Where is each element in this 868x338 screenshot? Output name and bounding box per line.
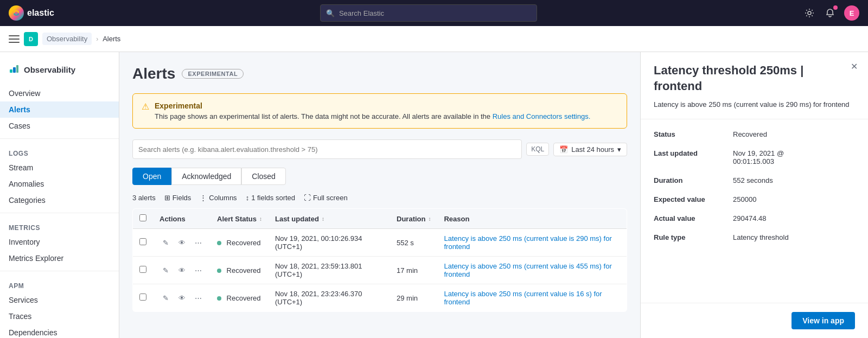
detail-row-actual: Actual value 290474.48 [654,214,855,222]
row-1-checkbox[interactable] [139,238,146,245]
edit-icon[interactable]: ✎ [159,264,171,276]
elastic-logo[interactable]: elastic [9,5,54,21]
elastic-logo-text: elastic [27,8,54,18]
sidebar-item-services[interactable]: Services [0,292,119,308]
date-filter-label: Last 24 hours [571,145,614,154]
duration-header[interactable]: Duration ↕ [390,209,437,229]
sidebar-divider-3 [0,271,119,271]
detail-label-duration: Duration [654,176,724,184]
more-icon[interactable]: ⋯ [192,264,204,276]
sort-button[interactable]: ↕ 1 fields sorted [246,194,295,202]
row-status-3: Recovered [210,284,269,312]
view-icon[interactable]: 👁 [176,292,188,304]
row-3-checkbox[interactable] [139,294,146,301]
row-duration-3: 29 min [390,284,437,312]
row-actions-3: ✎ 👁 ⋯ [153,284,210,312]
close-icon[interactable]: ✕ [847,60,860,73]
date-filter[interactable]: 📅 Last 24 hours ▾ [553,143,627,156]
table-row: ✎ 👁 ⋯ Recovered Nov 18, 2021, 23:59:13.8… [133,257,627,284]
view-icon[interactable]: 👁 [176,264,188,276]
sidebar-item-traces[interactable]: Traces [0,308,119,324]
row-actions-1: ✎ 👁 ⋯ [153,229,210,257]
breadcrumb-observability[interactable]: Observability [42,33,92,45]
sidebar-item-alerts[interactable]: Alerts [0,101,119,118]
tab-closed[interactable]: Closed [241,168,286,185]
detail-panel: ✕ Latency threshold 250ms | frontend Lat… [640,52,868,338]
detail-content: Status Recovered Last updated Nov 19, 20… [641,119,868,303]
svg-point-3 [808,11,811,15]
sidebar-item-cases[interactable]: Cases [0,118,119,134]
search-bar[interactable]: 🔍 Search Elastic [320,4,537,22]
detail-footer: View in app [641,303,868,338]
search-input[interactable] [132,139,522,159]
actions-header: Actions [153,209,210,229]
page-header: Alerts Experimental [132,65,627,82]
reason-link-1[interactable]: Latency is above 250 ms (current value i… [444,234,611,251]
detail-value-duration: 552 seconds [733,176,773,184]
search-placeholder: Search Elastic [339,9,384,17]
sidebar-item-stream[interactable]: Stream [0,160,119,176]
fields-button[interactable]: ⊞ Fields [164,194,192,202]
row-updated-2: Nov 18, 2021, 23:59:13.801 (UTC+1) [269,257,390,284]
search-bar-wrapper: 🔍 Search Elastic [63,4,794,22]
user-avatar[interactable]: E [844,5,859,21]
sidebar-item-overview[interactable]: Overview [0,85,119,101]
row-checkbox-1 [133,229,154,257]
kql-badge[interactable]: KQL [526,143,549,156]
notifications-icon[interactable] [824,7,837,20]
main-layout: Observability Overview Alerts Cases Logs… [0,52,868,338]
breadcrumb-app-icon: D [24,32,38,46]
edit-icon[interactable]: ✎ [159,292,171,304]
columns-button[interactable]: ⋮ Columns [200,194,237,202]
select-all-checkbox[interactable] [139,214,146,221]
sidebar-section-metrics: Metrics [0,218,119,234]
detail-row-expected: Expected value 250000 [654,195,855,203]
row-2-checkbox[interactable] [139,266,146,273]
sidebar-item-inventory[interactable]: Inventory [0,234,119,250]
more-icon[interactable]: ⋯ [192,292,204,304]
view-in-app-button[interactable]: View in app [792,312,855,329]
sidebar-item-dependencies[interactable]: Dependencies [0,324,119,338]
reason-header: Reason [437,209,627,229]
fullscreen-button[interactable]: ⛶ Full screen [304,194,348,202]
table-row: ✎ 👁 ⋯ Recovered Nov 19, 2021, 00:10:26.9… [133,229,627,257]
row-actions-2: ✎ 👁 ⋯ [153,257,210,284]
tab-open[interactable]: Open [132,168,171,185]
status-header[interactable]: Alert Status ↕ [210,209,269,229]
detail-panel-header: ✕ Latency threshold 250ms | frontend Lat… [641,52,868,119]
detail-value-ruletype: Latency threshold [733,233,789,241]
hamburger-menu[interactable] [9,34,20,44]
edit-icon[interactable]: ✎ [159,237,171,248]
detail-label-actual: Actual value [654,214,724,222]
top-nav: elastic 🔍 Search Elastic E [0,0,868,26]
more-icon[interactable]: ⋯ [192,237,204,248]
view-icon[interactable]: 👁 [176,237,188,248]
row-checkbox-2 [133,257,154,284]
row-status-2: Recovered [210,257,269,284]
tab-acknowledged[interactable]: Acknowledged [171,168,241,185]
row-status-1: Recovered [210,229,269,257]
sidebar: Observability Overview Alerts Cases Logs… [0,52,119,338]
sidebar-item-metrics-explorer[interactable]: Metrics Explorer [0,250,119,266]
status-dot-3 [217,296,221,301]
row-reason-1: Latency is above 250 ms (current value i… [437,229,627,257]
chevron-down-icon: ▾ [617,145,621,154]
reason-link-3[interactable]: Latency is above 250 ms (current value i… [444,290,602,306]
page-title: Alerts [132,65,175,82]
fullscreen-icon: ⛶ [304,194,311,202]
alert-banner-text: This page shows an experimental list of … [155,112,590,120]
detail-label-status: Status [654,130,724,138]
alerts-count: 3 alerts [132,194,156,202]
updated-header[interactable]: Last updated ↕ [269,209,390,229]
settings-icon[interactable] [803,7,816,20]
reason-link-2[interactable]: Latency is above 250 ms (current value i… [444,262,611,278]
sidebar-item-categories[interactable]: Categories [0,192,119,208]
rules-connectors-link[interactable]: Rules and Connectors settings. [493,112,591,120]
sort-icon: ↕ [246,194,250,202]
detail-label-expected: Expected value [654,195,724,203]
row-reason-3: Latency is above 250 ms (current value i… [437,284,627,312]
detail-row-status: Status Recovered [654,130,855,138]
row-updated-3: Nov 18, 2021, 23:23:46.370 (UTC+1) [269,284,390,312]
sidebar-app-title: Observability [0,61,119,85]
sidebar-item-anomalies[interactable]: Anomalies [0,176,119,192]
